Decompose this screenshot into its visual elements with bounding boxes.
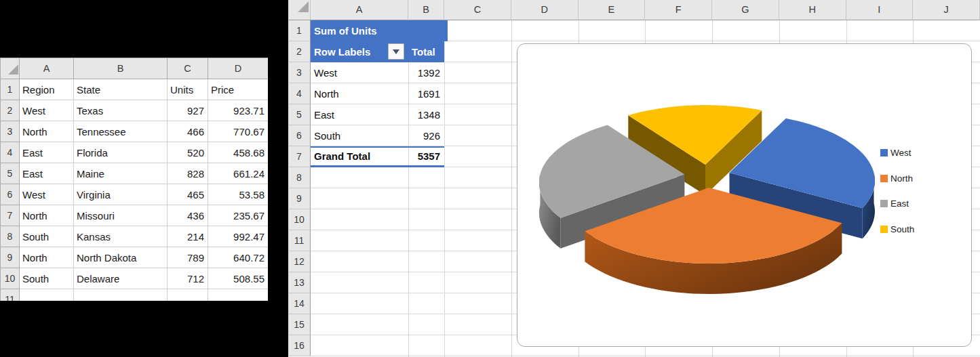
row-header-5[interactable]: 5 (1, 163, 20, 184)
pivot-rowlabels-cell[interactable]: Row Labels (311, 41, 370, 62)
cell-c11[interactable] (168, 289, 208, 301)
cell-d6[interactable]: 53.58 (208, 184, 269, 205)
cell-b2[interactable]: Texas (74, 100, 168, 121)
cell-a10[interactable]: South (20, 268, 74, 289)
cell-a8[interactable]: South (20, 226, 74, 247)
row-header-10[interactable]: 10 (288, 209, 311, 230)
pivot-row-label-north[interactable]: North (311, 83, 408, 104)
cell-a7[interactable]: North (20, 205, 74, 226)
cell-d9[interactable]: 640.72 (208, 247, 269, 268)
row-header-2[interactable]: 2 (288, 41, 311, 62)
cell-c2[interactable]: 927 (168, 100, 208, 121)
cell-a6[interactable]: West (20, 184, 74, 205)
row-header-14[interactable]: 14 (288, 293, 311, 314)
column-header-a[interactable]: A (20, 58, 74, 79)
cell-d2[interactable]: 923.71 (208, 100, 269, 121)
cell-b9[interactable]: North Dakota (74, 247, 168, 268)
row-header-13[interactable]: 13 (288, 272, 311, 293)
column-header-h[interactable]: H (779, 0, 846, 20)
row-header-6[interactable]: 6 (288, 125, 311, 146)
cell-a5[interactable]: East (20, 163, 74, 184)
pivot-title-cell[interactable]: Sum of Units (311, 20, 448, 41)
column-header-b[interactable]: B (408, 0, 444, 20)
row-header-10[interactable]: 10 (1, 268, 20, 289)
cell-d3[interactable]: 770.67 (208, 121, 269, 142)
row-header-4[interactable]: 4 (1, 142, 20, 163)
cell-a4[interactable]: East (20, 142, 74, 163)
cell-b6[interactable]: Virginia (74, 184, 168, 205)
cell-a2[interactable]: West (20, 100, 74, 121)
row-header-5[interactable]: 5 (288, 104, 311, 125)
cell-b4[interactable]: Florida (74, 142, 168, 163)
row-header-2[interactable]: 2 (1, 100, 20, 121)
legend-item-west[interactable]: West (880, 148, 912, 158)
column-header-d[interactable]: D (208, 58, 269, 79)
pie-chart-frame[interactable]: WestNorthEastSouth (517, 43, 972, 347)
column-header-a[interactable]: A (311, 0, 408, 20)
row-header-12[interactable]: 12 (288, 251, 311, 272)
row-header-1[interactable]: 1 (288, 20, 311, 41)
cell-b11[interactable] (74, 289, 168, 301)
row-header-8[interactable]: 8 (1, 226, 20, 247)
legend-item-east[interactable]: East (880, 198, 909, 209)
cell-a9[interactable]: North (20, 247, 74, 268)
cell-b3[interactable]: Tennessee (74, 121, 168, 142)
pie-3d-chart[interactable] (517, 44, 971, 345)
cell-c3[interactable]: 466 (168, 121, 208, 142)
cell-b8[interactable]: Kansas (74, 226, 168, 247)
row-header-16[interactable]: 16 (288, 335, 311, 356)
cell-b10[interactable]: Delaware (74, 268, 168, 289)
column-header-j[interactable]: J (913, 0, 980, 20)
pivot-row-label-south[interactable]: South (311, 125, 408, 146)
column-header-b[interactable]: B (74, 58, 168, 79)
row-header-3[interactable]: 3 (288, 62, 311, 83)
pivot-row-value-east[interactable]: 1348 (408, 104, 444, 125)
legend-item-south[interactable]: South (880, 224, 914, 234)
cell-d4[interactable]: 458.68 (208, 142, 269, 163)
cell-d10[interactable]: 508.55 (208, 268, 269, 289)
select-all-corner[interactable] (288, 0, 311, 20)
pivot-grand-total-row[interactable]: Grand Total 5357 (311, 146, 444, 167)
cell-c5[interactable]: 828 (168, 163, 208, 184)
row-header-11[interactable]: 11 (1, 289, 20, 301)
row-header-4[interactable]: 4 (288, 83, 311, 104)
cell-c8[interactable]: 214 (168, 226, 208, 247)
pivot-row-label-west[interactable]: West (311, 62, 408, 83)
cell-a3[interactable]: North (20, 121, 74, 142)
row-header-1[interactable]: 1 (1, 79, 20, 100)
column-header-g[interactable]: G (712, 0, 779, 20)
row-header-11[interactable]: 11 (288, 230, 311, 251)
select-all-corner[interactable] (1, 58, 20, 79)
cell-d5[interactable]: 661.24 (208, 163, 269, 184)
cell-c1[interactable]: Units (168, 79, 208, 100)
cell-a1[interactable]: Region (20, 79, 74, 100)
cell-b1[interactable]: State (74, 79, 168, 100)
pivot-row-value-south[interactable]: 926 (408, 125, 444, 146)
row-header-9[interactable]: 9 (288, 188, 311, 209)
row-header-8[interactable]: 8 (288, 167, 311, 188)
cell-a11[interactable] (20, 289, 74, 301)
column-header-f[interactable]: F (645, 0, 712, 20)
column-header-d[interactable]: D (511, 0, 579, 20)
pivot-total-header-cell[interactable]: Total (412, 41, 435, 62)
row-header-6[interactable]: 6 (1, 184, 20, 205)
row-header-15[interactable]: 15 (288, 314, 311, 335)
cell-b7[interactable]: Missouri (74, 205, 168, 226)
row-header-3[interactable]: 3 (1, 121, 20, 142)
cell-c9[interactable]: 789 (168, 247, 208, 268)
column-header-c[interactable]: C (168, 58, 208, 79)
cell-b5[interactable]: Maine (74, 163, 168, 184)
cell-c10[interactable]: 712 (168, 268, 208, 289)
column-header-i[interactable]: I (846, 0, 914, 20)
cell-d7[interactable]: 235.67 (208, 205, 269, 226)
cell-d1[interactable]: Price (208, 79, 269, 100)
legend-item-north[interactable]: North (880, 173, 913, 184)
row-header-9[interactable]: 9 (1, 247, 20, 268)
cell-d8[interactable]: 992.47 (208, 226, 269, 247)
cell-d11[interactable] (208, 289, 269, 301)
pivot-row-value-north[interactable]: 1691 (408, 83, 444, 104)
row-header-7[interactable]: 7 (1, 205, 20, 226)
pivot-row-label-east[interactable]: East (311, 104, 408, 125)
cell-c7[interactable]: 436 (168, 205, 208, 226)
column-header-e[interactable]: E (579, 0, 646, 20)
